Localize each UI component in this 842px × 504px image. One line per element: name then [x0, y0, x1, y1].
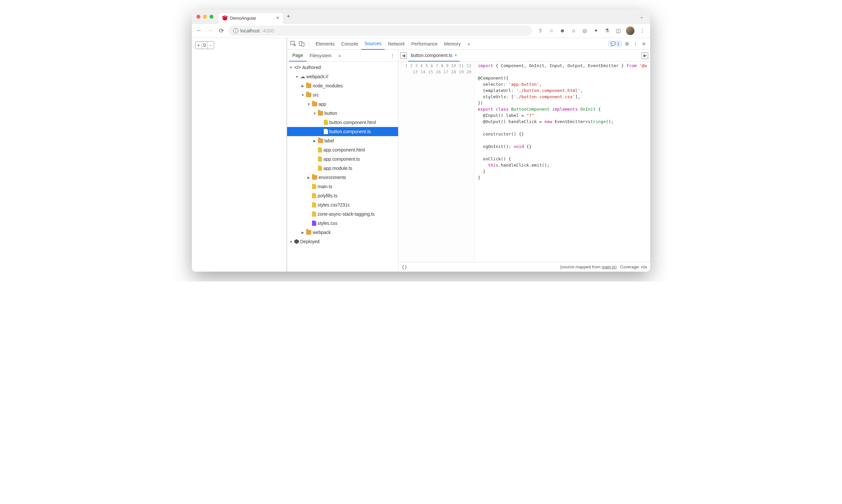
nav-back-button[interactable]: ←	[195, 27, 203, 34]
file-icon	[324, 120, 328, 125]
window-close-button[interactable]	[196, 15, 200, 19]
share-icon[interactable]: ⇪	[537, 28, 543, 34]
expand-arrow-icon[interactable]: ▶	[301, 231, 305, 234]
panel-tab-console[interactable]: Console	[338, 38, 361, 50]
devtools-settings-icon[interactable]: ⚙	[623, 40, 630, 48]
panel-tab-sources[interactable]: Sources	[361, 38, 385, 50]
extension-skull-icon[interactable]: ☻	[559, 28, 566, 34]
tree-row[interactable]: ▶label	[287, 136, 398, 145]
tree-label: main.ts	[318, 184, 332, 189]
device-toolbar-icon[interactable]	[298, 40, 305, 48]
tree-row[interactable]: ▶node_modules	[287, 81, 398, 90]
file-icon	[318, 147, 322, 152]
tab-close-icon[interactable]: ×	[276, 15, 279, 21]
devtools-menu-icon[interactable]: ⋮	[632, 40, 639, 48]
expand-arrow-icon[interactable]: ▶	[301, 84, 305, 88]
nav-reload-button[interactable]: ⟳	[217, 27, 225, 34]
bookmark-star-icon[interactable]: ☆	[548, 28, 555, 34]
editor-nav-toggle-icon[interactable]: ◂▮	[400, 52, 407, 59]
extension-panel-icon[interactable]: ◫	[615, 28, 621, 34]
extension-bug-icon[interactable]: ⍾	[570, 28, 577, 34]
tree-row[interactable]: ▼Deployed	[287, 237, 398, 246]
page-content: + 0 -	[192, 38, 287, 272]
expand-arrow-icon[interactable]: ▼	[307, 103, 311, 106]
profile-avatar[interactable]	[626, 26, 634, 35]
tree-row[interactable]: zone-async-stack-tagging.ts	[287, 210, 398, 219]
navigator-menu-icon[interactable]: ⋮	[389, 52, 396, 59]
panel-tab-memory[interactable]: Memory	[441, 38, 464, 50]
code-editor[interactable]: 1 2 3 4 5 6 7 8 9 10 11 12 13 14 15 16 1…	[398, 61, 650, 262]
browser-menu-icon[interactable]: ⋮	[639, 28, 646, 34]
panel-tab-network[interactable]: Network	[385, 38, 408, 50]
code-content: import { Component, OnInit, Input, Outpu…	[474, 61, 650, 262]
browser-tab[interactable]: DemoAngular ×	[218, 13, 284, 23]
navigator-tab-page[interactable]: Page	[289, 50, 306, 61]
tree-row[interactable]: styles.css	[287, 219, 398, 228]
nav-forward-button[interactable]: →	[206, 27, 214, 34]
tree-row[interactable]: polyfills.ts	[287, 191, 398, 200]
tree-row[interactable]: main.ts	[287, 182, 398, 191]
editor-debugger-toggle-icon[interactable]: ▮▸	[642, 52, 648, 59]
devtools-panel-tabs: ElementsConsoleSourcesNetworkPerformance…	[312, 38, 464, 50]
panel-tab-performance[interactable]: Performance	[408, 38, 441, 50]
tabs-overflow-icon[interactable]: ⌄	[640, 14, 644, 19]
tree-row[interactable]: ▼</>Authored	[287, 63, 398, 72]
tree-row[interactable]: button.component.html	[287, 118, 398, 127]
extension-flask-icon[interactable]: ⚗	[604, 28, 610, 34]
browser-window: DemoAngular × + ⌄ ← → ⟳ i localhost:4200…	[192, 10, 650, 272]
tree-label: webpack	[312, 230, 330, 235]
expand-arrow-icon[interactable]: ▼	[289, 66, 293, 69]
file-icon	[318, 157, 322, 162]
window-minimize-button[interactable]	[203, 15, 207, 19]
tree-row[interactable]: app.component.html	[287, 145, 398, 155]
tree-row[interactable]: ▼app	[287, 100, 398, 109]
editor-tab[interactable]: button.component.ts ×	[408, 50, 460, 61]
tab-title: DemoAngular	[230, 16, 274, 21]
navigator-tab-filesystem[interactable]: Filesystem	[306, 50, 335, 61]
pretty-print-icon[interactable]: {}	[402, 265, 407, 270]
expand-arrow-icon[interactable]: ▼	[312, 112, 317, 115]
tree-label: button.component.ts	[329, 129, 371, 134]
panels-overflow-icon[interactable]: »	[465, 40, 472, 48]
inspect-element-icon[interactable]	[290, 40, 297, 48]
extension-scan-icon[interactable]: ◎	[581, 28, 588, 34]
tree-row[interactable]: styles.css?231c	[287, 200, 398, 210]
devtools: ElementsConsoleSourcesNetworkPerformance…	[287, 38, 650, 272]
tree-row[interactable]: app.module.ts	[287, 164, 398, 173]
svg-rect-2	[302, 43, 304, 46]
window-maximize-button[interactable]	[210, 15, 213, 19]
new-tab-button[interactable]: +	[287, 13, 290, 20]
source-mapped-link[interactable]: main.js	[602, 265, 615, 269]
navigator-overflow-icon[interactable]: »	[336, 52, 343, 59]
issues-count: 1	[617, 41, 620, 46]
site-info-icon[interactable]: i	[233, 28, 238, 33]
devtools-close-icon[interactable]: ✕	[640, 40, 647, 48]
tree-row[interactable]: ▶environments	[287, 173, 398, 182]
expand-arrow-icon[interactable]: ▶	[307, 176, 311, 179]
tree-row[interactable]: ▼button	[287, 109, 398, 118]
editor-tab-bar: ◂▮ button.component.ts × ▮▸	[398, 50, 650, 61]
tree-row[interactable]: app.component.ts	[287, 155, 398, 164]
address-bar[interactable]: i localhost:4200	[229, 25, 532, 36]
extensions-puzzle-icon[interactable]: ✦	[593, 28, 599, 34]
expand-arrow-icon[interactable]: ▼	[289, 240, 293, 244]
tree-row[interactable]: ▼☁webpack://	[287, 72, 398, 81]
editor-tab-close-icon[interactable]: ×	[454, 53, 457, 58]
editor-status-bar: {} (source mapped from main.js) Coverage…	[398, 262, 650, 272]
folder-icon	[306, 84, 311, 88]
cloud-icon: ☁	[300, 74, 305, 79]
tree-row[interactable]: ▶webpack	[287, 228, 398, 237]
file-icon	[324, 129, 328, 134]
tree-row[interactable]: ▼src	[287, 90, 398, 100]
stepper-increment-button[interactable]: +	[195, 41, 202, 49]
issues-badge[interactable]: 💬 1	[608, 40, 622, 47]
stepper-decrement-button[interactable]: -	[207, 41, 214, 49]
expand-arrow-icon[interactable]: ▶	[312, 139, 317, 143]
tree-label: styles.css?231c	[318, 202, 350, 208]
panel-tab-elements[interactable]: Elements	[312, 38, 338, 50]
tree-row[interactable]: button.component.ts	[287, 127, 398, 136]
expand-arrow-icon[interactable]: ▼	[301, 93, 305, 97]
expand-arrow-icon[interactable]: ▼	[295, 75, 299, 78]
folder-icon	[306, 230, 311, 235]
editor-panel: ◂▮ button.component.ts × ▮▸ 1 2 3 4 5 6 …	[398, 50, 650, 272]
